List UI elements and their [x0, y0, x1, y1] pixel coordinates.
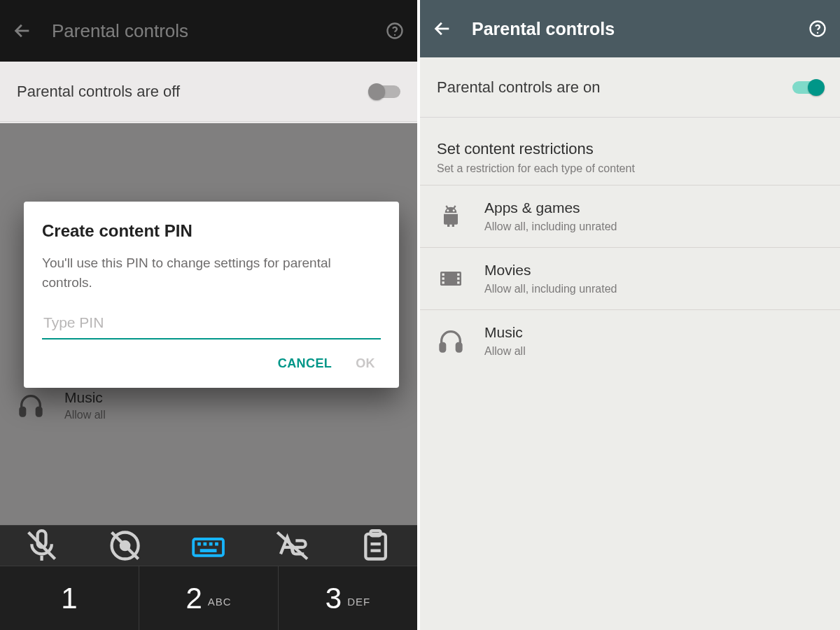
soft-keyboard: 1 2 ABC 3 DEF — [0, 525, 417, 630]
item-subtitle: Allow all, including unrated — [484, 220, 617, 233]
movie-icon — [437, 265, 465, 293]
keyboard-icon[interactable] — [167, 526, 250, 566]
keypad-row: 1 2 ABC 3 DEF — [0, 566, 417, 630]
back-icon[interactable] — [433, 19, 452, 38]
screenshot-right: Parental controls Parental controls are … — [420, 0, 840, 630]
help-icon[interactable] — [808, 19, 827, 38]
restriction-apps-games[interactable]: Apps & games Allow all, including unrate… — [420, 185, 840, 247]
page-title: Parental controls — [472, 19, 808, 39]
clipboard-icon[interactable] — [334, 526, 417, 566]
eye-off-icon[interactable] — [83, 526, 167, 566]
dialog-body: You'll use this PIN to change settings f… — [42, 253, 381, 292]
svg-point-17 — [447, 209, 449, 211]
key-3[interactable]: 3 DEF — [278, 566, 417, 630]
svg-rect-13 — [365, 534, 386, 559]
headphones-icon — [437, 327, 465, 355]
key-2[interactable]: 2 ABC — [139, 566, 278, 630]
svg-rect-7 — [194, 539, 224, 556]
parental-toggle-label: Parental controls are off — [17, 83, 180, 101]
svg-rect-21 — [442, 277, 444, 279]
key-1[interactable]: 1 — [0, 566, 139, 630]
appbar-scrim — [0, 0, 417, 62]
item-subtitle: Allow all — [484, 345, 526, 358]
parental-toggle-switch[interactable] — [792, 81, 823, 94]
restriction-music[interactable]: Music Allow all — [420, 309, 840, 372]
key-3-sub: DEF — [347, 596, 370, 608]
restriction-movies[interactable]: Movies Allow all, including unrated — [420, 247, 840, 309]
dialog-title: Create content PIN — [42, 221, 381, 241]
svg-point-16 — [817, 32, 818, 34]
parental-toggle-label: Parental controls are on — [437, 78, 601, 97]
key-2-digit: 2 — [186, 582, 202, 615]
svg-rect-10 — [209, 542, 213, 546]
parental-toggle-row[interactable]: Parental controls are on — [420, 57, 840, 118]
key-2-sub: ABC — [208, 596, 232, 608]
dialog-actions: CANCEL OK — [42, 340, 381, 382]
svg-point-18 — [453, 209, 455, 211]
svg-rect-12 — [200, 549, 217, 552]
svg-rect-22 — [442, 281, 444, 284]
svg-rect-8 — [198, 542, 202, 546]
mic-off-icon[interactable] — [0, 526, 83, 566]
svg-rect-27 — [456, 343, 461, 351]
section-header: Set content restrictions Set a restricti… — [420, 118, 840, 185]
create-pin-dialog: Create content PIN You'll use this PIN t… — [24, 202, 399, 388]
item-title: Music — [484, 324, 526, 341]
section-subtitle: Set a restriction for each type of conte… — [437, 162, 823, 175]
section-title: Set content restrictions — [437, 140, 823, 158]
svg-rect-9 — [204, 542, 207, 546]
parental-toggle-switch[interactable] — [370, 85, 400, 98]
svg-rect-25 — [457, 281, 459, 284]
restrictions-list: Apps & games Allow all, including unrate… — [420, 185, 840, 372]
parental-toggle-row[interactable]: Parental controls are off — [0, 62, 417, 122]
key-3-digit: 3 — [326, 582, 342, 615]
item-title: Apps & games — [484, 200, 617, 216]
appbar: Parental controls — [420, 0, 840, 57]
cancel-button[interactable]: CANCEL — [278, 356, 332, 371]
svg-rect-24 — [457, 277, 459, 279]
right-body: Parental controls are on Set content res… — [420, 57, 840, 630]
autocorrect-off-icon[interactable] — [251, 526, 334, 566]
ok-button[interactable]: OK — [356, 356, 375, 371]
svg-rect-26 — [440, 343, 445, 351]
key-1-digit: 1 — [61, 582, 77, 615]
android-icon — [437, 202, 465, 230]
svg-rect-11 — [216, 542, 219, 546]
keyboard-toolbar — [0, 525, 417, 566]
pin-input[interactable] — [42, 310, 381, 340]
screenshot-left: Parental controls Parental controls are … — [0, 0, 420, 630]
svg-rect-23 — [457, 274, 459, 276]
item-title: Movies — [484, 262, 617, 279]
svg-rect-20 — [442, 274, 444, 276]
item-subtitle: Allow all, including unrated — [484, 283, 617, 295]
